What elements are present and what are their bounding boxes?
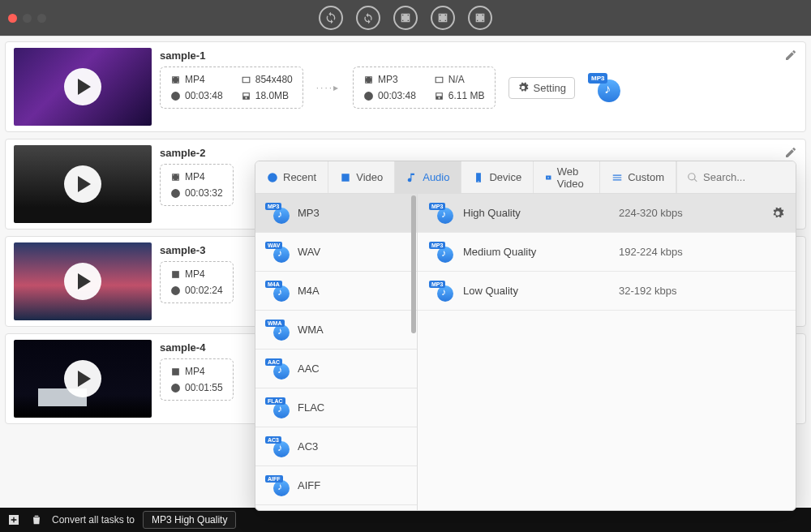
format-item[interactable]: AC3AC3 [255,427,417,466]
tab-video[interactable]: Video [328,161,395,193]
film-icon [170,75,181,85]
search-input[interactable] [703,171,784,183]
task-title: sample-2 [160,147,797,159]
bottombar: Convert all tasks to MP3 High Quality [0,508,811,532]
edit-icon[interactable] [784,146,797,161]
format-item[interactable]: M4BM4B [255,505,417,510]
film-gear-icon[interactable] [468,6,492,30]
gear-icon[interactable] [771,207,784,220]
mp3-icon: MP3 [429,242,453,263]
source-info-box: MP4 00:03:32 [160,164,234,206]
top-toolbar [319,6,492,30]
resolution-icon [434,75,444,85]
task-row[interactable]: sample-1 MP4 854x480 00:03:48 18.0MB ···… [5,41,806,132]
format-item[interactable]: MP3MP3 [255,194,417,233]
source-info-box: MP4 854x480 00:03:48 18.0MB [160,66,303,109]
clock-icon [170,188,181,199]
close-window-icon[interactable] [8,14,17,23]
titlebar [0,0,811,36]
sync-icon[interactable] [319,6,343,30]
clock-icon [170,383,181,393]
quality-item[interactable]: MP3 High Quality 224-320 kbps [418,194,796,233]
format-item[interactable]: FLACFLAC [255,388,417,427]
task-title: sample-1 [160,49,797,62]
clock-icon [170,91,181,101]
sync-alt-icon[interactable] [356,6,380,30]
format-picker-popover: Recent Video Audio Device Web Video Cust… [255,161,796,511]
tab-recent[interactable]: Recent [255,161,328,193]
resolution-icon [241,75,251,85]
format-item[interactable]: M4AM4A [255,272,417,311]
play-icon[interactable] [64,263,101,300]
add-task-icon[interactable] [6,513,21,527]
format-item[interactable]: WAVWAV [255,233,417,272]
mp3-icon: MP3 [429,281,453,302]
play-icon[interactable] [64,68,101,105]
tab-webvideo[interactable]: Web Video [534,161,600,193]
video-thumbnail[interactable] [14,340,152,418]
play-icon[interactable] [64,360,101,397]
target-info-box: MP3 N/A 00:03:48 6.11 MB [353,66,495,109]
target-format-badge[interactable]: MP3 [588,73,620,102]
film-icon [170,269,181,280]
setting-button[interactable]: Setting [508,77,575,99]
film-add-icon[interactable] [393,6,418,30]
quality-item[interactable]: MP3 Low Quality 32-192 kbps [418,272,796,311]
window-controls [0,14,46,23]
play-icon[interactable] [64,165,101,203]
tab-audio[interactable]: Audio [395,161,461,193]
video-thumbnail[interactable] [14,145,152,223]
clock-icon [170,285,181,296]
film-icon [170,367,181,377]
convert-preset-select[interactable]: MP3 High Quality [143,511,236,529]
format-search[interactable] [677,161,796,193]
film-icon [170,172,181,182]
arrow-icon: ····▸ [316,82,340,93]
delete-task-icon[interactable] [29,513,44,527]
disk-icon [434,91,444,101]
tab-device[interactable]: Device [461,161,534,193]
film-plus-icon[interactable] [431,6,455,30]
edit-icon[interactable] [784,49,797,64]
gear-icon [517,82,529,93]
minimize-window-icon[interactable] [23,14,32,23]
video-thumbnail[interactable] [14,48,152,126]
mp3-icon: MP3 [429,203,453,224]
clock-icon [363,91,374,101]
format-item[interactable]: WMAWMA [255,311,417,350]
film-icon [363,75,374,85]
video-thumbnail[interactable] [14,242,152,320]
format-item[interactable]: AACAAC [255,350,417,388]
format-item[interactable]: AIFFAIFF [255,466,417,505]
disk-icon [241,91,251,101]
source-info-box: MP4 00:02:24 [160,261,234,303]
search-icon [687,172,698,183]
source-info-box: MP4 00:01:55 [160,358,234,401]
format-list[interactable]: MP3MP3 WAVWAV M4AM4A WMAWMA AACAAC FLACF… [255,194,418,510]
quality-item[interactable]: MP3 Medium Quality 192-224 kbps [418,233,796,272]
zoom-window-icon[interactable] [37,14,46,23]
tab-custom[interactable]: Custom [600,161,676,193]
convert-all-label: Convert all tasks to [52,514,135,526]
quality-list[interactable]: MP3 High Quality 224-320 kbps MP3 Medium… [418,194,796,510]
format-tabs: Recent Video Audio Device Web Video Cust… [255,161,796,194]
